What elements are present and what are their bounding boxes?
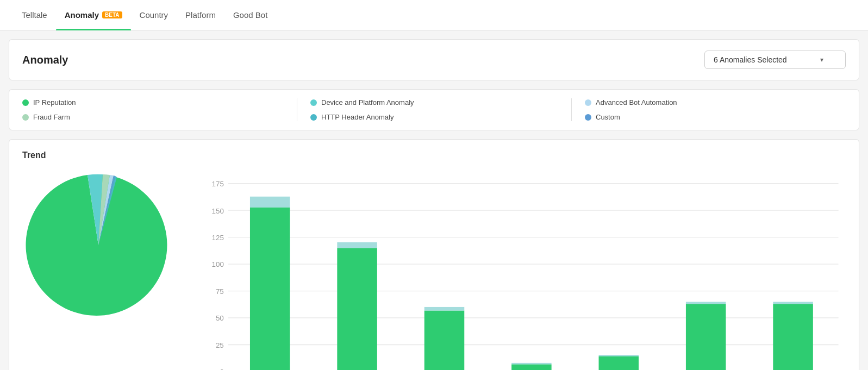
svg-text:0: 0 xyxy=(220,368,223,370)
svg-rect-26 xyxy=(511,363,552,365)
dropdown-label: 6 Anomalies Selected xyxy=(714,55,787,64)
pie-chart xyxy=(22,169,174,321)
svg-rect-28 xyxy=(599,356,639,370)
fraud-farm-dot xyxy=(22,114,29,121)
http-header-dot xyxy=(310,114,317,121)
anomaly-header: Anomaly 6 Anomalies Selected ▾ xyxy=(9,39,859,80)
svg-text:175: 175 xyxy=(212,180,224,188)
svg-text:100: 100 xyxy=(212,260,224,268)
legend-advanced-bot: Advanced Bot Automation xyxy=(585,98,846,106)
trend-content: 175 150 125 100 75 50 25 0 2024-06-26 | … xyxy=(22,169,846,370)
legend-http-header: HTTP Header Anomaly xyxy=(310,113,571,121)
svg-rect-23 xyxy=(424,307,465,311)
svg-text:75: 75 xyxy=(216,287,224,296)
svg-rect-17 xyxy=(250,197,290,208)
svg-text:150: 150 xyxy=(212,207,224,215)
nav-platform[interactable]: Platform xyxy=(177,0,224,30)
legend-card: IP Reputation Fraud Farm Device and Plat… xyxy=(9,89,859,130)
svg-rect-29 xyxy=(599,355,639,356)
advanced-bot-dot xyxy=(585,99,591,106)
legend-ip-reputation: IP Reputation xyxy=(22,98,297,106)
svg-rect-19 xyxy=(337,248,377,370)
legend-col-3: Advanced Bot Automation Custom xyxy=(571,98,846,121)
nav-telltale[interactable]: Telltale xyxy=(13,0,56,30)
custom-dot xyxy=(585,114,591,121)
legend-device-platform: Device and Platform Anomaly xyxy=(310,98,571,106)
chevron-down-icon: ▾ xyxy=(820,56,823,64)
page-title: Anomaly xyxy=(22,54,68,66)
svg-text:50: 50 xyxy=(216,314,224,322)
beta-badge: BETA xyxy=(102,11,122,18)
bar-chart: 175 150 125 100 75 50 25 0 2024-06-26 | … xyxy=(192,169,846,370)
nav-country[interactable]: Country xyxy=(131,0,177,30)
svg-rect-25 xyxy=(511,365,552,370)
svg-text:25: 25 xyxy=(216,341,224,349)
svg-text:125: 125 xyxy=(212,234,224,242)
legend-fraud-farm: Fraud Farm xyxy=(22,113,297,121)
legend-col-1: IP Reputation Fraud Farm xyxy=(22,98,297,121)
trend-title: Trend xyxy=(22,150,846,160)
svg-rect-35 xyxy=(773,302,813,304)
page-content: Anomaly 6 Anomalies Selected ▾ IP Reputa… xyxy=(0,30,868,370)
svg-rect-32 xyxy=(686,302,726,304)
svg-rect-22 xyxy=(424,311,465,370)
legend-col-2: Device and Platform Anomaly HTTP Header … xyxy=(297,98,571,121)
svg-rect-16 xyxy=(250,208,290,370)
svg-rect-20 xyxy=(337,242,377,248)
trend-card: Trend xyxy=(9,139,859,370)
anomalies-dropdown[interactable]: 6 Anomalies Selected ▾ xyxy=(704,51,846,69)
legend-custom: Custom xyxy=(585,113,846,121)
nav-bar: Telltale Anomaly BETA Country Platform G… xyxy=(0,0,868,30)
nav-good-bot[interactable]: Good Bot xyxy=(224,0,276,30)
svg-rect-31 xyxy=(686,304,726,370)
ip-reputation-dot xyxy=(22,99,29,106)
nav-anomaly[interactable]: Anomaly BETA xyxy=(56,0,131,30)
device-platform-dot xyxy=(310,99,317,106)
svg-rect-34 xyxy=(773,304,813,370)
